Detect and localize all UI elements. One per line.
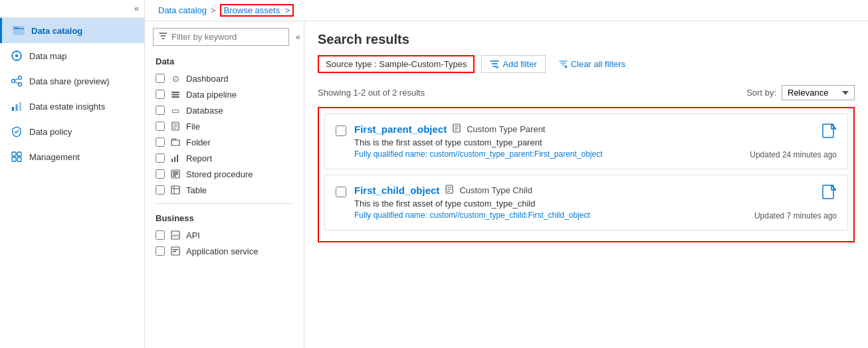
result-name-first-child[interactable]: First_child_object xyxy=(354,185,439,196)
result-meta-right-first-parent: Updated 24 minutes ago xyxy=(730,124,837,159)
filter-divider xyxy=(156,203,293,204)
breadcrumb-separator: > xyxy=(211,5,216,15)
filter-checkbox-database[interactable] xyxy=(156,106,165,115)
result-file-icon-first-parent xyxy=(822,124,837,145)
clear-filters-label: Clear all filters xyxy=(571,59,625,69)
filter-checkbox-report[interactable] xyxy=(156,153,165,163)
svg-point-4 xyxy=(15,54,18,57)
filter-checkbox-application-service[interactable] xyxy=(156,246,165,256)
sort-select[interactable]: Relevance Name Updated xyxy=(782,85,855,100)
sidebar-item-data-map[interactable]: Data map xyxy=(0,43,144,68)
database-icon: ▭ xyxy=(170,105,181,116)
active-filter-label: Source type : Sample-Custom-Types xyxy=(326,59,467,69)
filter-label-stored-procedure: Stored procedure xyxy=(186,169,253,179)
result-card-first-parent: First_parent_object Custom Type Parent T… xyxy=(324,114,848,169)
add-filter-label: Add filter xyxy=(502,59,536,69)
filter-panel: « Data ⊙ Dashboard Data pipeline ▭ Datab… xyxy=(145,21,304,348)
filter-keyword-input[interactable] xyxy=(171,32,283,42)
filter-checkbox-api[interactable] xyxy=(156,230,165,240)
svg-rect-9 xyxy=(16,104,18,111)
filter-label-database: Database xyxy=(186,106,223,116)
filter-item-stored-procedure[interactable]: Stored procedure xyxy=(145,166,304,182)
result-updated-first-child: Updated 7 minutes ago xyxy=(754,211,837,220)
active-filter-tag[interactable]: Source type : Sample-Custom-Types xyxy=(318,55,475,73)
filter-checkbox-data-pipeline[interactable] xyxy=(156,90,165,99)
filter-item-report[interactable]: Report xyxy=(145,150,304,166)
svg-rect-31 xyxy=(173,251,176,252)
filter-label-api: API xyxy=(186,230,200,240)
filter-panel-collapse-button[interactable]: « xyxy=(292,31,304,43)
clear-filters-icon xyxy=(559,60,568,68)
result-name-first-parent[interactable]: First_parent_object xyxy=(354,124,447,135)
result-fqn-first-parent[interactable]: Fully qualified name: custom//custom_typ… xyxy=(354,149,722,159)
filter-item-database[interactable]: ▭ Database xyxy=(145,102,304,118)
result-checkbox-first-parent[interactable] xyxy=(336,126,346,136)
filter-label-report: Report xyxy=(186,153,212,163)
filter-item-table[interactable]: Table xyxy=(145,182,304,198)
svg-rect-15 xyxy=(171,92,179,93)
breadcrumb: Data catalog > Browse assets > xyxy=(145,0,868,21)
svg-point-2 xyxy=(17,27,18,29)
filter-item-application-service[interactable]: Application service xyxy=(145,243,304,259)
results-panel: Search results Source type : Sample-Cust… xyxy=(304,21,868,348)
filter-item-folder[interactable]: Folder xyxy=(145,134,304,150)
add-filter-button[interactable]: Add filter xyxy=(481,55,545,73)
filter-checkbox-table[interactable] xyxy=(156,185,165,195)
svg-rect-8 xyxy=(12,107,14,111)
data-share-icon xyxy=(11,75,23,87)
result-title-row-first-child: First_child_object Custom Type Child xyxy=(354,185,722,196)
sidebar-label-data-share: Data share (preview) xyxy=(29,76,110,86)
filter-label-file: File xyxy=(186,122,200,131)
svg-rect-11 xyxy=(12,152,16,156)
sidebar-collapse-button[interactable]: « xyxy=(0,0,144,18)
sidebar-item-data-estate[interactable]: Data estate insights xyxy=(0,94,144,119)
filter-checkbox-stored-procedure[interactable] xyxy=(156,169,165,179)
sidebar-label-data-map: Data map xyxy=(29,51,66,61)
svg-rect-24 xyxy=(173,173,178,175)
page-header: Search results Source type : Sample-Cust… xyxy=(304,21,868,78)
result-body-first-parent: First_parent_object Custom Type Parent T… xyxy=(354,124,722,159)
sidebar-label-management: Management xyxy=(29,152,80,162)
filter-item-dashboard[interactable]: ⊙ Dashboard xyxy=(145,70,304,86)
filter-label-table: Table xyxy=(186,185,207,195)
result-type-icon-first-parent xyxy=(452,124,461,135)
filter-item-file[interactable]: File xyxy=(145,118,304,134)
filter-section-data: Data xyxy=(145,52,304,70)
filter-checkbox-folder[interactable] xyxy=(156,137,165,147)
data-policy-icon xyxy=(11,126,23,137)
result-card-first-child: First_child_object Custom Type Child Thi… xyxy=(324,175,848,230)
filter-icon xyxy=(159,33,167,41)
svg-rect-25 xyxy=(173,175,176,177)
data-estate-icon xyxy=(11,100,23,112)
svg-rect-30 xyxy=(173,249,178,250)
sidebar-item-data-share[interactable]: Data share (preview) xyxy=(0,68,144,94)
table-icon xyxy=(170,185,181,195)
clear-filters-button[interactable]: Clear all filters xyxy=(552,56,632,72)
management-icon xyxy=(11,151,23,163)
result-checkbox-first-child[interactable] xyxy=(336,187,346,197)
add-filter-icon xyxy=(490,60,499,69)
sidebar-label-data-policy: Data policy xyxy=(29,127,72,137)
filter-section-business: Business xyxy=(145,209,304,227)
filter-item-api[interactable]: API API xyxy=(145,227,304,243)
svg-rect-21 xyxy=(177,155,178,162)
breadcrumb-browse-assets[interactable]: Browse assets > xyxy=(220,4,294,17)
sidebar-label-data-estate: Data estate insights xyxy=(29,102,105,112)
result-fqn-first-child[interactable]: Fully qualified name: custom//custom_typ… xyxy=(354,211,722,220)
filter-checkbox-dashboard[interactable] xyxy=(156,74,165,83)
filter-item-data-pipeline[interactable]: Data pipeline xyxy=(145,86,304,102)
result-description-first-child: This is the first asset of type custom_t… xyxy=(354,199,722,209)
sidebar-item-data-catalog[interactable]: Data catalog xyxy=(0,18,144,43)
result-meta-right-first-child: Updated 7 minutes ago xyxy=(730,185,837,220)
page-title: Search results xyxy=(318,32,855,47)
folder-icon xyxy=(170,137,181,147)
results-list: Showing 1-2 out of 2 results Sort by: Re… xyxy=(304,78,868,348)
sidebar-item-management[interactable]: Management xyxy=(0,144,144,169)
svg-rect-17 xyxy=(171,96,179,98)
content-area: « Data ⊙ Dashboard Data pipeline ▭ Datab… xyxy=(145,21,868,348)
svg-rect-12 xyxy=(17,152,21,156)
api-icon: API xyxy=(170,230,181,240)
filter-checkbox-file[interactable] xyxy=(156,122,165,131)
breadcrumb-data-catalog[interactable]: Data catalog xyxy=(158,5,207,15)
sidebar-item-data-policy[interactable]: Data policy xyxy=(0,119,144,144)
